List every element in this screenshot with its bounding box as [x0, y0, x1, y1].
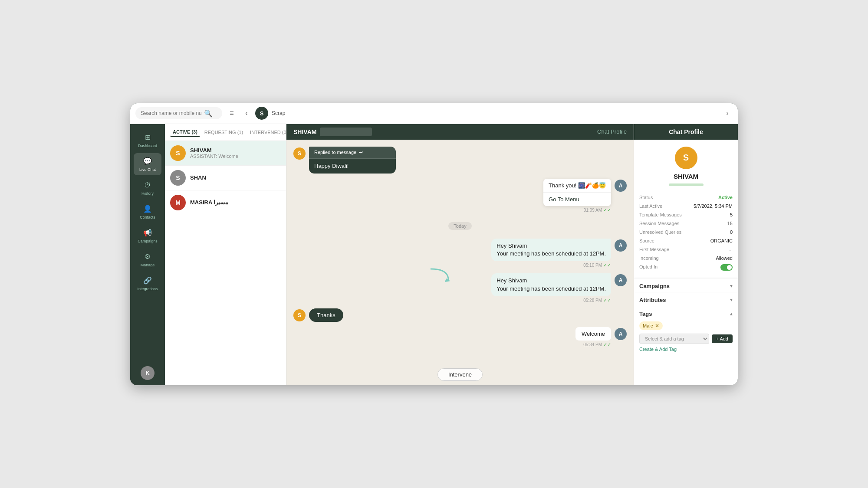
info-row-unresolved: Unresolved Queries 0: [639, 228, 733, 236]
msg-bubble-agent2: Hey Shivam Your meeting has been schedul…: [491, 273, 611, 296]
info-value-firstmsg: ...: [729, 247, 733, 252]
chat-list-item[interactable]: M MASIRA مسيرا: [165, 190, 286, 215]
message-row-replied: S Replied to message ↩ Happy Diwali!: [293, 147, 627, 174]
sidebar-item-contacts[interactable]: 👤 Contacts: [134, 201, 161, 223]
user-avatar-sidebar[interactable]: K: [141, 366, 155, 380]
create-tag-link[interactable]: Create & Add Tag: [639, 347, 733, 352]
attributes-section-header[interactable]: Attributes ▾: [634, 292, 738, 306]
chat-header-search-input[interactable]: [320, 128, 372, 136]
back-button[interactable]: ‹: [241, 108, 252, 118]
message-row-thanks: S Thanks: [293, 308, 627, 322]
profile-section: S SHIVAM: [634, 140, 738, 193]
sidebar-item-manage[interactable]: ⚙ Manage: [134, 249, 161, 271]
msg-avatar: S: [293, 309, 306, 321]
integrations-icon: 🔗: [143, 276, 152, 285]
profile-status-bar: [669, 183, 704, 186]
campaigns-chevron: ▾: [730, 283, 733, 289]
info-row-source: Source ORGANIC: [639, 236, 733, 245]
search-input[interactable]: [141, 110, 201, 116]
tags-section-header[interactable]: Tags ▴: [634, 306, 738, 320]
replied-header: Replied to message ↩: [309, 147, 396, 159]
chat-list-item[interactable]: S SHIVAM ASSISTANT: Welcome: [165, 141, 286, 166]
tag-remove-button[interactable]: ✕: [655, 323, 659, 329]
chat-name: SHAN: [190, 174, 281, 181]
reply-arrow-icon: ↩: [359, 149, 363, 156]
tags-label: Tags: [639, 311, 652, 317]
info-value-incoming: Allowed: [716, 255, 733, 261]
msg-avatar: S: [293, 147, 306, 160]
tab-active[interactable]: ACTIVE (3): [170, 128, 200, 137]
msg-col: Thanks: [309, 308, 343, 322]
info-value-unresolved: 0: [730, 229, 733, 235]
msg-time: 05:28 PM ✓✓: [583, 298, 611, 303]
right-panel-header: Chat Profile: [634, 124, 738, 140]
sidebar-label-dashboard: Dashboard: [138, 144, 157, 148]
time-text: 05:34 PM: [583, 342, 602, 347]
sidebar-item-livechat[interactable]: 💬 Live Chat: [134, 153, 161, 175]
msg-bubble-agent: Hey Shivam Your meeting has been schedul…: [491, 239, 611, 261]
intervene-button[interactable]: Intervene: [437, 368, 483, 381]
tag-select[interactable]: Select & add a tag: [639, 334, 709, 344]
add-tag-button[interactable]: + Add: [712, 334, 733, 343]
chat-avatar: S: [170, 145, 186, 161]
chat-profile-link[interactable]: Chat Profile: [597, 128, 627, 135]
campaigns-section-header[interactable]: Campaigns ▾: [634, 278, 738, 292]
reply-arrow-svg: [427, 265, 453, 282]
info-value-lastactive: 5/7/2022, 5:34 PM: [694, 203, 733, 209]
sidebar: ⊞ Dashboard 💬 Live Chat ⏱ History 👤 Cont…: [130, 124, 165, 385]
nav-arrow-right[interactable]: ›: [722, 108, 733, 118]
message-row-agent1: Hey Shivam Your meeting has been schedul…: [293, 239, 627, 268]
search-box[interactable]: 🔍: [135, 107, 222, 119]
sidebar-label-manage: Manage: [141, 263, 155, 267]
menu-bubble: Thank you! 🎆🧨🍊😇 Go To Menu: [543, 179, 611, 206]
time-text: 05:28 PM: [583, 298, 602, 303]
tab-intervened[interactable]: INTERVENED (0): [247, 128, 290, 137]
opted-in-toggle[interactable]: [720, 264, 733, 271]
info-value-session: 15: [727, 221, 733, 226]
right-panel-title: Chat Profile: [669, 128, 703, 135]
replied-label: Replied to message: [314, 149, 356, 156]
msg-line1: Hey Shivam: [496, 242, 606, 250]
manage-icon: ⚙: [143, 252, 152, 262]
info-value-template: 5: [730, 212, 733, 217]
sidebar-item-history[interactable]: ⏱ History: [134, 177, 161, 199]
chat-list-item[interactable]: S SHAN: [165, 166, 286, 190]
chat-list-panel: ACTIVE (3) REQUESTING (1) INTERVENED (0)…: [165, 124, 286, 385]
replied-body: Happy Diwali!: [309, 159, 396, 174]
msg-avatar: A: [615, 180, 627, 192]
info-row-lastactive: Last Active 5/7/2022, 5:34 PM: [639, 202, 733, 210]
info-label-source: Source: [639, 238, 654, 243]
info-row-firstmsg: First Message ...: [639, 245, 733, 254]
chat-info: SHAN: [190, 174, 281, 181]
messages-area: S Replied to message ↩ Happy Diwali!: [286, 140, 634, 364]
tag-list: Male ✕: [639, 321, 733, 330]
info-label-unresolved: Unresolved Queries: [639, 229, 681, 235]
tag-input-row: Select & add a tag + Add: [639, 334, 733, 344]
date-divider: Today: [293, 222, 627, 230]
time-text: 05:10 PM: [583, 263, 602, 268]
chat-avatar: S: [170, 170, 186, 186]
tag-label: Male: [643, 323, 653, 328]
attributes-chevron: ▾: [730, 297, 733, 303]
sidebar-item-integrations[interactable]: 🔗 Integrations: [134, 272, 161, 295]
sidebar-item-dashboard[interactable]: ⊞ Dashboard: [134, 129, 161, 151]
msg-col: Thank you! 🎆🧨🍊😇 Go To Menu 01:09 AM ✓✓: [543, 179, 611, 213]
search-icon[interactable]: 🔍: [204, 109, 213, 118]
info-value-source: ORGANIC: [710, 238, 733, 243]
msg-col: Hey Shivam Your meeting has been schedul…: [491, 239, 611, 268]
sidebar-bottom: K: [141, 366, 155, 380]
agent-avatar[interactable]: S: [255, 107, 268, 120]
go-to-menu-button[interactable]: Go To Menu: [543, 193, 611, 206]
main-content: ⊞ Dashboard 💬 Live Chat ⏱ History 👤 Cont…: [130, 124, 738, 385]
info-row-incoming: Incoming Allowed: [639, 254, 733, 262]
chat-header-name: SHIVAM: [293, 128, 316, 135]
profile-avatar: S: [675, 147, 697, 169]
msg-avatar: A: [615, 239, 627, 252]
filter-button[interactable]: ≡: [226, 107, 238, 119]
sidebar-item-campaigns[interactable]: 📢 Campaigns: [134, 225, 161, 247]
msg-avatar: A: [615, 328, 627, 340]
check-icon: ✓✓: [603, 298, 611, 303]
info-row-session: Session Messages 15: [639, 219, 733, 228]
date-pill: Today: [448, 222, 471, 230]
tab-requesting[interactable]: REQUESTING (1): [202, 128, 246, 137]
